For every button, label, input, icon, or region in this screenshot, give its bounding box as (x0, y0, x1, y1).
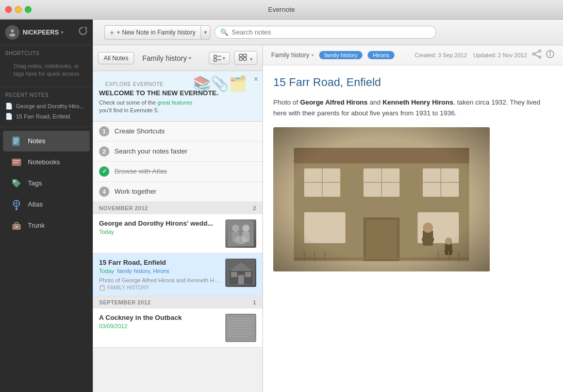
sidebar-item-atlas[interactable]: Atlas (3, 194, 90, 215)
maximize-button[interactable] (25, 6, 31, 13)
sidebar-item-notebooks[interactable]: Notebooks (3, 152, 90, 173)
tag-label-1: family history (324, 52, 357, 58)
svg-point-46 (539, 56, 541, 58)
sidebar-item-trunk[interactable]: Trunk (3, 215, 90, 236)
body-text-2: and (368, 98, 383, 106)
explore-banner: EXPLORE EVERNOTE × WELCOME TO THE NEW EV… (93, 71, 262, 122)
note-item-cockney[interactable]: A Cockney in the Outback 03/09/2012 (93, 309, 262, 348)
close-button[interactable] (5, 6, 12, 13)
svg-rect-15 (214, 55, 217, 58)
feature-label-2: Search your notes faster (114, 147, 188, 155)
note-title-cockney: A Cockney in the Outback (99, 314, 220, 321)
wedding-thumbnail (225, 219, 256, 248)
recent-note-title: 15 Farr Road, Enfield (16, 113, 70, 120)
window-controls (5, 6, 31, 13)
note-icon: 📄 (5, 103, 13, 110)
sidebar: NICKPEERS ▾ SHORTCUTS Drag notes, notebo… (0, 20, 93, 392)
svg-rect-41 (228, 328, 254, 329)
note-item-wedding[interactable]: George and Dorothy Hirons' wedd... Today (93, 214, 262, 253)
svg-rect-13 (15, 223, 18, 225)
user-profile[interactable]: NICKPEERS ▾ (0, 20, 93, 45)
month-section-november: NOVEMBER 2012 2 George and Dorothy Hiron… (93, 202, 262, 296)
recent-note-farr[interactable]: 📄 15 Farr Road, Enfield (5, 111, 88, 122)
notebook-chip-label: Family history (271, 52, 309, 59)
view-toggle-button[interactable]: ▾ (234, 51, 257, 65)
sidebar-nav: Notes Notebooks (0, 127, 93, 392)
svg-rect-19 (239, 54, 242, 57)
search-icon: 🔍 (220, 28, 228, 36)
sidebar-item-atlas-label: Atlas (28, 200, 43, 208)
note-thumb-farr (225, 259, 256, 287)
recent-notes-section: RECENT NOTES 📄 George and Dorothy Hiro..… (0, 87, 93, 127)
feature-item-atlas[interactable]: ✓ Browse with Atlas (93, 162, 262, 182)
detail-pane: Family history ▾ family history Hirons C… (263, 45, 563, 392)
month-count-sep: 1 (253, 299, 256, 305)
user-name: NICKPEERS ▾ (23, 29, 63, 36)
svg-rect-84 (273, 127, 490, 271)
feature-item-shortcuts[interactable]: 1 Create Shortcuts (93, 122, 262, 142)
search-bar[interactable]: 🔍 (214, 26, 436, 39)
note-title-farr: 15 Farr Road, Enfield (99, 259, 220, 266)
svg-rect-32 (238, 275, 244, 284)
notebook-selector[interactable]: Family history ▾ (142, 54, 191, 62)
sort-chevron-icon: ▾ (223, 56, 225, 61)
notebooks-icon (10, 156, 23, 168)
new-note-dropdown[interactable]: ▾ (201, 25, 210, 40)
shortcuts-label: SHORTCUTS (5, 50, 88, 56)
new-note-button[interactable]: + + New Note in Family history (104, 25, 201, 40)
created-date: Created: 3 Sep 2012 (415, 52, 467, 58)
welcome-text-prefix: Check out some of the (99, 99, 157, 106)
notebook-icon: 📋 (99, 285, 105, 291)
svg-point-52 (550, 52, 551, 53)
month-label-sep: SEPTEMBER 2012 (99, 299, 151, 305)
svg-rect-7 (13, 160, 20, 161)
titlebar: Evernote (0, 0, 563, 20)
share-icon[interactable] (532, 49, 541, 61)
month-label: NOVEMBER 2012 (99, 205, 148, 211)
feature-list: 1 Create Shortcuts 2 Search your notes f… (93, 122, 262, 202)
recent-note-george[interactable]: 📄 George and Dorothy Hiro... (5, 101, 88, 111)
notebook-chip[interactable]: Family history ▾ (271, 52, 314, 59)
sync-button[interactable] (78, 26, 88, 38)
welcome-text-suffix: you'll find in Evernote 5. (99, 107, 159, 113)
notebook-label: Family history (142, 54, 187, 62)
main-area: + + New Note in Family history ▾ 🔍 All N… (93, 20, 563, 392)
svg-rect-33 (231, 272, 237, 277)
month-section-september: SEPTEMBER 2012 1 A Cockney in the Outbac… (93, 296, 262, 348)
all-notes-button[interactable]: All Notes (98, 52, 134, 64)
note-notebook-label: FAMILY HISTORY (107, 285, 150, 291)
svg-rect-39 (228, 323, 254, 324)
sort-button[interactable]: ▾ (209, 52, 230, 64)
svg-line-49 (535, 55, 539, 57)
welcome-text-green: great features (157, 99, 192, 106)
sidebar-item-tags[interactable]: Tags (3, 173, 90, 194)
sidebar-item-tags-label: Tags (28, 179, 42, 187)
close-explore-button[interactable]: × (254, 75, 258, 83)
svg-rect-5 (13, 143, 17, 144)
svg-rect-22 (243, 58, 246, 60)
meta-dates: Created: 3 Sep 2012 Updated: 2 Nov 2012 (415, 52, 527, 58)
feature-num-1: 1 (99, 126, 109, 137)
welcome-illustration: 📚📎🗂️ (193, 75, 247, 92)
note-preview-farr: Photo of George Alfred Hirons and Kennet… (99, 277, 220, 283)
atlas-icon (10, 198, 23, 211)
feature-item-search[interactable]: 2 Search your notes faster (93, 142, 262, 162)
body-bold-1: George Alfred Hirons (300, 98, 368, 106)
note-tags-farr: family history, Hirons (117, 268, 169, 274)
notebook-chevron-icon: ▾ (189, 55, 191, 61)
plus-icon: + (110, 28, 114, 37)
tags-icon (10, 177, 23, 190)
feature-item-together[interactable]: 4 Work together (93, 182, 262, 202)
info-icon[interactable] (545, 49, 555, 61)
tag-chip-family-history[interactable]: family history (319, 51, 362, 59)
view-chevron-icon: ▾ (250, 57, 253, 62)
tag-chip-hirons[interactable]: Hirons (368, 51, 394, 59)
svg-line-48 (535, 52, 539, 54)
detail-content: 15 Farr Road, Enfield Photo of George Al… (263, 65, 563, 392)
minimize-button[interactable] (15, 6, 22, 13)
search-input[interactable] (231, 28, 430, 36)
note-item-farr-road[interactable]: 15 Farr Road, Enfield Today family histo… (93, 253, 262, 296)
sidebar-item-notes[interactable]: Notes (3, 131, 90, 151)
svg-rect-21 (239, 58, 242, 60)
top-toolbar: + + New Note in Family history ▾ 🔍 (93, 20, 563, 45)
